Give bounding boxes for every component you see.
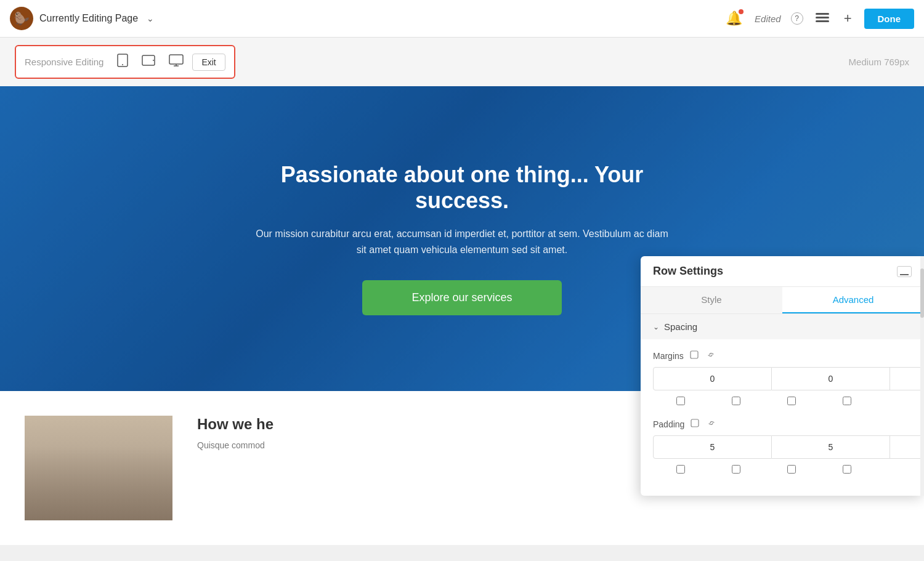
padding-reset-button[interactable] — [689, 418, 700, 430]
margins-reset-button[interactable] — [689, 349, 700, 362]
padding-bottom-input[interactable] — [890, 435, 924, 459]
notification-button[interactable]: 🔔 — [723, 8, 745, 29]
people-image — [25, 416, 172, 520]
spacing-section-title: Spacing — [664, 321, 697, 332]
header-left: 🦫 Currently Editing Page ⌄ — [10, 7, 723, 30]
margin-bottom-check[interactable] — [787, 397, 796, 405]
svg-rect-2 — [816, 20, 829, 22]
padding-right-checkbox[interactable] — [708, 462, 764, 476]
padding-label: Padding — [653, 419, 684, 429]
canvas-area: Responsive Editing Ex — [0, 38, 924, 561]
responsive-bar: Responsive Editing Ex — [15, 45, 235, 79]
edited-label: Edited — [755, 14, 781, 24]
spacing-content: Margins — [641, 339, 924, 496]
second-text: How we he Quisque commod — [197, 416, 274, 520]
tab-advanced[interactable]: Advanced — [782, 287, 924, 313]
help-icon[interactable]: ? — [791, 12, 803, 25]
margins-link-button[interactable] — [705, 349, 717, 362]
hero-title: Passionate about one thing... Your succe… — [231, 162, 693, 214]
minimize-icon — [900, 274, 909, 275]
margin-top-input[interactable] — [653, 367, 772, 390]
header-right: 🔔 Edited ? + Done — [723, 8, 914, 29]
margin-right-checkbox[interactable] — [708, 394, 764, 408]
svg-rect-11 — [691, 419, 699, 427]
tablet-view-button[interactable] — [137, 52, 160, 71]
logo-emoji: 🦫 — [14, 11, 30, 26]
padding-checkbox-row — [653, 462, 912, 476]
panel-title: Row Settings — [653, 265, 723, 278]
panel-scrollbar-thumb — [920, 268, 924, 318]
spacing-section-header[interactable]: ⌄ Spacing — [641, 314, 924, 339]
padding-top-check[interactable] — [676, 465, 685, 474]
padding-right-check[interactable] — [732, 465, 740, 474]
svg-rect-7 — [169, 55, 183, 64]
margin-bottom-checkbox[interactable] — [764, 394, 819, 408]
margin-top-check[interactable] — [676, 397, 685, 405]
padding-right-input[interactable] — [772, 435, 890, 459]
padding-inputs: px % em rem ▾ — [653, 435, 912, 459]
hero-cta-button[interactable]: Explore our services — [362, 280, 561, 315]
spacing-chevron-icon: ⌄ — [653, 323, 659, 331]
margin-left-checkbox[interactable] — [819, 394, 875, 408]
svg-point-6 — [153, 60, 154, 61]
margins-row: Margins — [653, 349, 912, 408]
list-icon-button[interactable] — [813, 9, 832, 28]
margin-bottom-input[interactable] — [890, 367, 924, 390]
margin-right-check[interactable] — [732, 397, 740, 405]
mobile-view-button[interactable] — [112, 51, 133, 73]
padding-link-button[interactable] — [705, 418, 718, 430]
svg-rect-10 — [691, 351, 698, 358]
second-body: Quisque commod — [197, 439, 274, 452]
margin-left-check[interactable] — [843, 397, 851, 405]
padding-left-checkbox[interactable] — [819, 462, 875, 476]
notification-dot — [739, 9, 744, 14]
padding-label-row: Padding — [653, 418, 912, 430]
tab-style[interactable]: Style — [641, 287, 782, 313]
padding-row: Padding — [653, 418, 912, 476]
add-button[interactable]: + — [841, 8, 854, 29]
second-heading: How we he — [197, 416, 274, 433]
hero-subtitle: Our mission curabitur arcu erat, accumsa… — [253, 226, 671, 257]
svg-point-4 — [122, 64, 123, 65]
panel-header: Row Settings — [641, 256, 924, 287]
padding-bottom-check[interactable] — [787, 465, 796, 474]
page-title: Currently Editing Page — [39, 13, 138, 24]
padding-bottom-checkbox[interactable] — [764, 462, 819, 476]
row-settings-panel: Row Settings Style Advanced ⌄ Spacing Ma… — [641, 256, 924, 496]
margin-right-input[interactable] — [772, 367, 890, 390]
margins-inputs: px % em rem ▾ — [653, 367, 912, 390]
viewport-label: Medium 769px — [849, 57, 909, 67]
chevron-down-icon[interactable]: ⌄ — [147, 14, 154, 23]
panel-tabs: Style Advanced — [641, 287, 924, 314]
padding-top-checkbox[interactable] — [653, 462, 708, 476]
padding-left-check[interactable] — [843, 465, 851, 474]
margins-checkbox-row — [653, 394, 912, 408]
responsive-label: Responsive Editing — [25, 57, 103, 67]
margins-label: Margins — [653, 351, 684, 361]
people-silhouette — [25, 446, 172, 520]
desktop-view-button[interactable] — [164, 52, 188, 72]
margin-top-checkbox[interactable] — [653, 394, 708, 408]
svg-rect-0 — [816, 13, 829, 15]
done-button[interactable]: Done — [864, 9, 915, 29]
exit-button[interactable]: Exit — [192, 54, 225, 71]
panel-scrollbar — [920, 256, 924, 496]
svg-rect-1 — [816, 17, 829, 18]
logo: 🦫 — [10, 7, 33, 30]
panel-minimize-button[interactable] — [897, 266, 912, 277]
margins-label-row: Margins — [653, 349, 912, 362]
header: 🦫 Currently Editing Page ⌄ 🔔 Edited ? + … — [0, 0, 924, 38]
responsive-bar-wrapper: Responsive Editing Ex — [0, 38, 924, 86]
padding-top-input[interactable] — [653, 435, 772, 459]
